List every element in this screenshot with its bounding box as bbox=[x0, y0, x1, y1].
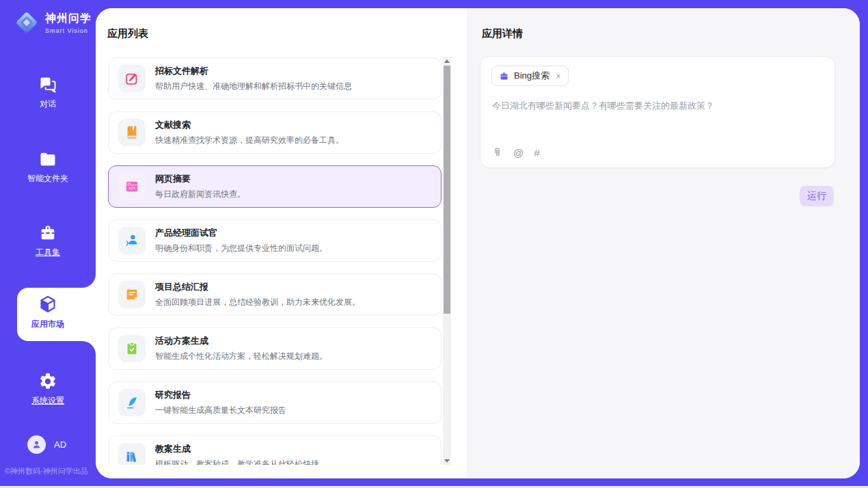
app-card-title: 产品经理面试官 bbox=[155, 227, 327, 239]
bubble-notch-bottom bbox=[82, 341, 96, 355]
app-card-project-summary[interactable]: 项目总结汇报 全面回顾项目进展，总结经验教训，助力未来优化发展。 bbox=[108, 273, 442, 316]
sidebar-item-label: 对话 bbox=[0, 98, 96, 110]
app-card-desc: 快速精准查找学术资源，提高研究效率的必备工具。 bbox=[155, 135, 344, 146]
sidebar-item-smart-folder[interactable]: 智能文件夹 bbox=[0, 150, 96, 185]
app-card-desc: 一键智能生成高质量长文本研究报告 bbox=[155, 405, 286, 416]
app-list-title: 应用列表 bbox=[107, 27, 148, 40]
app-card-desc: 模板驱动，教案秒成，教学准备从此轻松快捷 bbox=[155, 459, 319, 465]
interviewer-icon bbox=[124, 233, 139, 248]
mention-icon[interactable]: @ bbox=[513, 147, 524, 159]
sidebar-item-toolbox[interactable]: 工具集 bbox=[0, 223, 96, 258]
brand: 神州问学 Smart Vision bbox=[14, 10, 92, 36]
sidebar-item-label: 系统设置 bbox=[0, 395, 96, 407]
sidebar-item-label: 应用市场 bbox=[0, 318, 96, 330]
scrollbar-down-icon[interactable] bbox=[443, 457, 451, 465]
clipboard-check-icon bbox=[124, 341, 139, 356]
browser-code-icon: </> bbox=[124, 179, 139, 194]
tool-tag-label: Bing搜索 bbox=[514, 70, 550, 82]
sidebar-item-chat[interactable]: 对话 bbox=[0, 75, 96, 110]
app-list-panel: 应用列表 招标文件解析 帮助用户快速、准确地理解和解析招标书中的关键信息 bbox=[96, 8, 467, 478]
app-card-title: 教案生成 bbox=[155, 443, 319, 455]
quill-icon bbox=[124, 395, 139, 410]
edit-square-icon bbox=[124, 71, 139, 86]
sidebar-item-app-market[interactable]: 应用市场 bbox=[0, 294, 96, 330]
sidebar-item-label: 智能文件夹 bbox=[0, 173, 96, 185]
app-card-title: 招标文件解析 bbox=[155, 65, 352, 77]
app-card-title: 活动方案生成 bbox=[155, 335, 327, 347]
sidebar-item-label: 工具集 bbox=[0, 247, 96, 258]
app-card-pm-interviewer[interactable]: 产品经理面试官 明确身份和职责，为您提供专业性的面试问题。 bbox=[108, 219, 442, 262]
app-card-lesson-plan[interactable]: 教案生成 模板驱动，教案秒成，教学准备从此轻松快捷 bbox=[108, 435, 442, 465]
app-card-literature-search[interactable]: 文献搜索 快速精准查找学术资源，提高研究效率的必备工具。 bbox=[108, 111, 442, 154]
app-card-web-summary[interactable]: </> 网页摘要 每日政府新闻资讯快查。 bbox=[108, 165, 442, 208]
book-icon bbox=[124, 125, 139, 140]
app-card-desc: 帮助用户快速、准确地理解和解析招标书中的关键信息 bbox=[155, 81, 352, 92]
cube-icon bbox=[38, 294, 58, 314]
app-card-title: 研究报告 bbox=[155, 389, 286, 401]
topic-icon[interactable]: # bbox=[534, 147, 539, 159]
app-card-desc: 明确身份和职责，为您提供专业性的面试问题。 bbox=[155, 243, 327, 254]
scrollbar-thumb[interactable] bbox=[444, 66, 450, 314]
sidebar-item-settings[interactable]: 系统设置 bbox=[0, 372, 96, 407]
copyright-footer: ©神州数码·神州问学出品 bbox=[5, 466, 88, 476]
gear-icon bbox=[38, 372, 57, 391]
brand-subtitle: Smart Vision bbox=[45, 27, 92, 34]
app-card-event-plan[interactable]: 活动方案生成 智能生成个性化活动方案，轻松解决规划难题。 bbox=[108, 327, 442, 370]
folder-icon bbox=[38, 150, 57, 169]
query-text[interactable]: 今日湖北有哪些新闻要点？有哪些需要关注的最新政策？ bbox=[492, 99, 820, 113]
svg-text:</>: </> bbox=[128, 186, 136, 190]
scrollbar[interactable] bbox=[443, 57, 451, 465]
input-toolbar: @ # bbox=[491, 147, 540, 159]
sidebar: 神州问学 Smart Vision 对话 智能文件夹 工具集 bbox=[0, 0, 96, 488]
prompt-input-card[interactable]: Bing搜索 × 今日湖北有哪些新闻要点？有哪些需要关注的最新政策？ @ # bbox=[480, 56, 835, 168]
app-list: 招标文件解析 帮助用户快速、准确地理解和解析招标书中的关键信息 文献搜索 快速精… bbox=[96, 57, 467, 465]
app-detail-title: 应用详情 bbox=[482, 27, 523, 40]
scrollbar-up-icon[interactable] bbox=[443, 57, 451, 65]
user-account[interactable]: AD bbox=[27, 435, 66, 454]
person-icon bbox=[31, 439, 42, 450]
main-surface: 应用列表 招标文件解析 帮助用户快速、准确地理解和解析招标书中的关键信息 bbox=[96, 8, 860, 478]
tool-tag-bing-search[interactable]: Bing搜索 × bbox=[491, 66, 569, 86]
app-card-title: 项目总结汇报 bbox=[155, 281, 360, 293]
app-detail-panel: 应用详情 Bing搜索 × 今日湖北有哪些新闻要点？有哪些需要关注的最新政策？ … bbox=[467, 8, 860, 478]
app-card-title: 文献搜索 bbox=[155, 119, 344, 131]
app-card-title: 网页摘要 bbox=[155, 173, 245, 185]
note-icon bbox=[124, 287, 139, 302]
books-icon bbox=[124, 449, 139, 464]
toolbox-icon bbox=[38, 223, 57, 243]
run-button[interactable]: 运行 bbox=[800, 186, 834, 206]
brand-name: 神州问学 bbox=[45, 12, 92, 26]
brand-logo-icon bbox=[14, 10, 40, 36]
app-card-research-report[interactable]: 研究报告 一键智能生成高质量长文本研究报告 bbox=[108, 381, 442, 424]
avatar bbox=[27, 435, 46, 454]
bubble-notch-top bbox=[82, 274, 96, 288]
attachment-icon[interactable] bbox=[491, 147, 503, 159]
briefcase-icon bbox=[499, 71, 509, 81]
app-card-bid-analysis[interactable]: 招标文件解析 帮助用户快速、准确地理解和解析招标书中的关键信息 bbox=[108, 57, 442, 100]
user-name: AD bbox=[54, 439, 66, 450]
app-card-desc: 全面回顾项目进展，总结经验教训，助力未来优化发展。 bbox=[155, 297, 360, 308]
chat-icon bbox=[38, 75, 57, 94]
app-card-desc: 智能生成个性化活动方案，轻松解决规划难题。 bbox=[155, 351, 327, 362]
tag-close-icon[interactable]: × bbox=[556, 71, 561, 81]
app-card-desc: 每日政府新闻资讯快查。 bbox=[155, 189, 245, 200]
